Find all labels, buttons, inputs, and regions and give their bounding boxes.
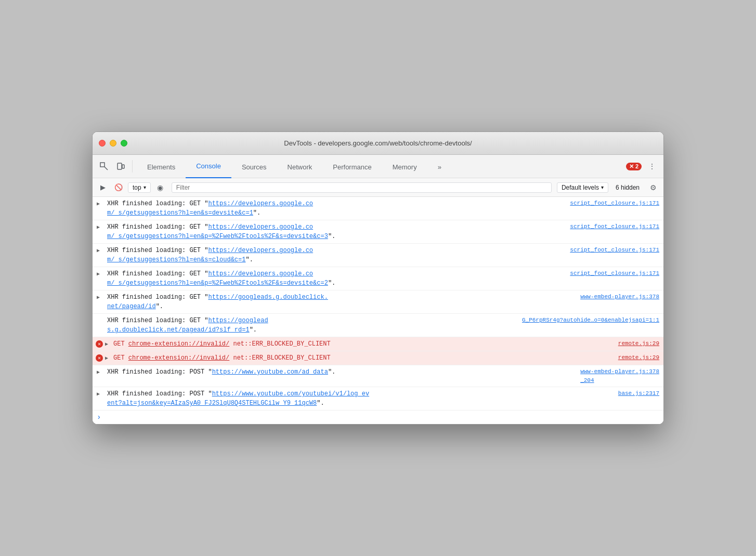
tab-elements[interactable]: Elements [137,155,186,179]
log-entry: ▶ XHR finished loading: GET "https://dev… [93,220,663,244]
inspect-element-button[interactable] [97,159,111,174]
svg-rect-0 [100,163,105,167]
svg-rect-2 [118,163,122,169]
close-button[interactable] [99,140,106,147]
devtools-panel: Elements Console Sources Network Perform… [93,155,663,424]
log-entry-error: ✕ ▶ GET chrome-extension://invalid/ net:… [93,351,663,365]
toolbar-divider [132,160,133,173]
console-settings-button[interactable]: ⚙ [647,181,659,194]
expand-icon[interactable]: ▶ [105,340,108,348]
log-source[interactable]: remote.js:29 [618,353,659,362]
log-entry: ▶ XHR finished loading: GET "https://goo… [93,290,663,314]
minimize-button[interactable] [110,140,116,147]
console-input[interactable] [107,414,659,421]
log-source[interactable]: remote.js:29 [618,339,659,348]
log-entry: ▶ XHR finished loading: GET "https://dev… [93,197,663,220]
log-link[interactable]: https://developers.google.com/_s/getsugg… [107,200,313,217]
log-link[interactable]: https://developers.google.com/_s/getsugg… [107,223,328,240]
log-source[interactable]: script_foot_closure.js:171 [570,269,659,278]
log-link[interactable]: https://developers.google.com/_s/getsugg… [107,247,313,263]
log-text: XHR finished loading: POST "https://www.… [107,389,614,408]
log-link[interactable]: https://googleads.g.doubleclick.net/page… [107,317,268,334]
expand-icon[interactable]: ▶ [97,223,100,231]
window-title: DevTools - developers.google.com/web/too… [284,139,472,147]
log-text: XHR finished loading: GET "https://googl… [107,293,576,311]
hidden-count: 6 hidden [611,184,644,191]
tab-memory[interactable]: Memory [382,155,427,179]
tab-console[interactable]: Console [186,155,231,178]
filter-input[interactable] [176,184,547,191]
log-entry: ▶ XHR finished loading: GET "https://dev… [93,267,663,290]
console-prompt[interactable]: › [93,411,663,424]
log-link[interactable]: https://www.youtube.com/ad_data [212,368,328,376]
tab-sources[interactable]: Sources [231,155,277,179]
svg-rect-3 [122,165,124,168]
run-button[interactable]: ▶ [97,181,109,194]
live-expression-button[interactable]: ◉ [154,181,166,194]
main-toolbar: Elements Console Sources Network Perform… [93,155,663,178]
console-toolbar: ▶ 🚫 top ▾ ◉ Default levels ▾ 6 hidden [93,178,663,197]
tab-network[interactable]: Network [277,155,323,179]
log-text: XHR finished loading: GET "https://devel… [107,269,566,288]
filter-container [172,182,552,193]
log-entry: ▶ XHR finished loading: POST "https://ww… [93,365,663,387]
expand-icon[interactable]: ▶ [97,390,100,398]
log-entry-error: ✕ ▶ GET chrome-extension://invalid/ net:… [93,337,663,351]
tab-more[interactable]: » [427,155,452,179]
log-text: XHR finished loading: GET "https://devel… [107,199,566,218]
device-toolbar-button[interactable] [113,159,128,174]
main-tabs: Elements Console Sources Network Perform… [137,155,624,178]
log-link[interactable]: chrome-extension://invalid/ [128,354,229,362]
error-icon: ✕ [96,340,103,348]
tab-performance[interactable]: Performance [322,155,382,179]
log-entry: ▶ XHR finished loading: POST "https://ww… [93,387,663,411]
log-link[interactable]: https://developers.google.com/_s/getsugg… [107,270,328,287]
log-text: XHR finished loading: GET "https://googl… [107,316,518,335]
context-selector[interactable]: top ▾ [128,182,151,193]
log-text: GET chrome-extension://invalid/ net::ERR… [107,339,614,349]
error-badge[interactable]: ✕ 2 [626,163,642,170]
log-source[interactable]: www-embed-player.js:378_204 [580,367,659,385]
devtools-menu-button[interactable]: ⋮ [645,159,659,174]
log-link[interactable]: chrome-extension://invalid/ [128,340,229,348]
console-output: ▶ XHR finished loading: GET "https://dev… [93,197,663,424]
log-text: XHR finished loading: GET "https://devel… [107,246,566,264]
expand-icon[interactable]: ▶ [97,247,100,255]
traffic-lights [99,140,127,147]
expand-icon[interactable]: ▶ [97,294,100,301]
svg-line-1 [105,167,108,170]
expand-icon[interactable]: ▶ [97,368,100,376]
log-source[interactable]: script_foot_closure.js:171 [570,199,659,208]
expand-icon[interactable]: ▶ [97,270,100,278]
log-text: XHR finished loading: POST "https://www.… [107,367,576,377]
maximize-button[interactable] [121,140,127,147]
log-entry: ▶ XHR finished loading: GET "https://dev… [93,244,663,267]
log-link[interactable]: https://www.youtube.com/youtubei/v1/log_… [107,390,369,407]
titlebar: DevTools - developers.google.com/web/too… [93,132,663,155]
log-source[interactable]: script_foot_closure.js:171 [570,222,659,231]
log-link[interactable]: https://googleads.g.doubleclick.net/page… [107,294,328,310]
error-icon: ✕ [96,354,103,362]
expand-icon[interactable]: ▶ [105,354,108,362]
clear-errors-button[interactable]: 🚫 [112,181,125,194]
expand-icon[interactable]: ▶ [97,200,100,208]
log-text: GET chrome-extension://invalid/ net::ERR… [107,353,614,363]
log-source[interactable]: G_P6rpRSr4g?autohide…o=0&enablejsapi=1:1 [522,316,659,325]
devtools-window: DevTools - developers.google.com/web/too… [92,131,664,425]
log-source[interactable]: script_foot_closure.js:171 [570,246,659,255]
prompt-arrow: › [97,413,101,421]
log-text: XHR finished loading: GET "https://devel… [107,222,566,241]
log-source[interactable]: www-embed-player.js:378 [580,293,659,301]
log-entry: XHR finished loading: GET "https://googl… [93,314,663,337]
log-levels-button[interactable]: Default levels ▾ [557,182,608,193]
log-source[interactable]: base.js:2317 [618,389,659,398]
